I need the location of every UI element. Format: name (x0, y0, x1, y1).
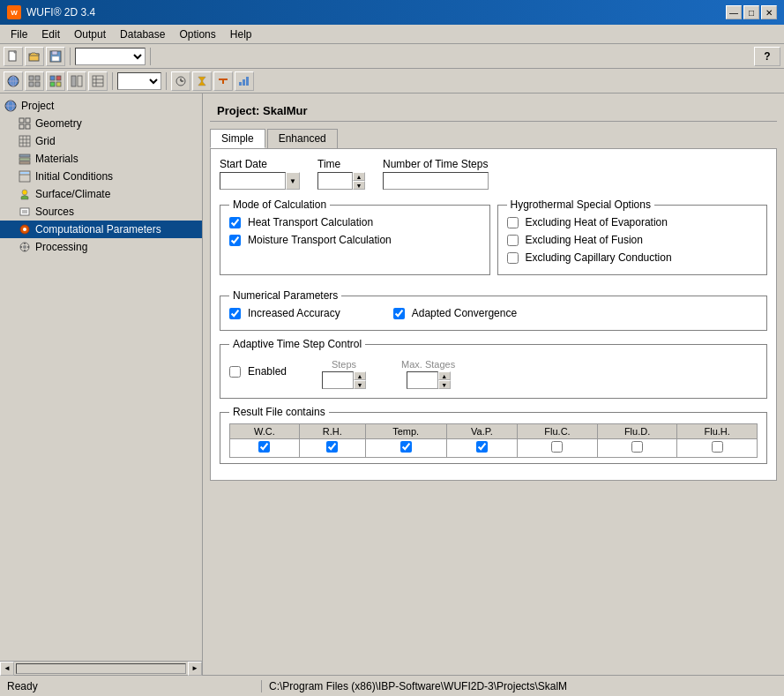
time-up-arrow[interactable]: ▲ (353, 172, 365, 181)
table-view-button[interactable] (88, 71, 108, 91)
time-spin-arrows: ▲ ▼ (353, 172, 365, 190)
max-stages-field[interactable]: 5 (407, 371, 438, 389)
sidebar-item-computational-parameters[interactable]: Computational Parameters (0, 221, 202, 238)
temp-checkbox[interactable] (400, 441, 412, 453)
excluding-capillary-checkbox[interactable] (507, 252, 519, 264)
sidebar-item-sources[interactable]: Sources (0, 203, 202, 221)
maximize-button[interactable]: □ (743, 5, 759, 19)
adaptive-time-step-legend: Adaptive Time Step Control (229, 338, 365, 350)
toolbar2-dropdown[interactable] (117, 72, 161, 90)
minimize-button[interactable]: — (726, 5, 742, 19)
wc-checkbox[interactable] (258, 441, 270, 453)
adapted-convergence-checkbox[interactable] (393, 308, 405, 319)
materials-icon (18, 152, 32, 166)
status-ready: Ready (7, 680, 261, 692)
mode-of-calculation-fieldset: Mode of Calculation Heat Transport Calcu… (220, 198, 490, 275)
color-grid-button[interactable] (46, 71, 65, 91)
vap-checkbox[interactable] (476, 441, 488, 453)
help-button[interactable]: ? (754, 47, 780, 66)
col-wc: W.C. (230, 424, 300, 439)
steps-up-arrow[interactable]: ▲ (354, 371, 366, 380)
menu-file[interactable]: File (4, 26, 34, 42)
svg-rect-36 (26, 124, 30, 129)
menu-edit[interactable]: Edit (34, 26, 67, 42)
svg-rect-33 (19, 118, 24, 123)
sources-label: Sources (35, 206, 74, 218)
menu-help[interactable]: Help (223, 26, 259, 42)
steps-down-arrow[interactable]: ▼ (354, 380, 366, 389)
col-rh: R.H. (299, 424, 365, 439)
svg-rect-44 (19, 161, 30, 164)
close-button[interactable]: ✕ (761, 5, 777, 19)
svg-rect-14 (56, 76, 61, 80)
app-icon: W (7, 5, 21, 19)
open-button[interactable] (25, 47, 44, 66)
sidebar-item-grid[interactable]: Grid (0, 132, 202, 150)
menu-database[interactable]: Database (113, 26, 172, 42)
scroll-right-button[interactable]: ► (188, 662, 202, 676)
arrow-button[interactable] (213, 71, 233, 91)
main-content: Project Geometry Grid (0, 94, 784, 675)
geometry-icon (18, 116, 32, 131)
status-path: C:\Program Files (x86)\IBP-Software\WUFI… (261, 680, 777, 692)
col-vap: Va.P. (446, 424, 518, 439)
enabled-checkbox[interactable] (229, 366, 241, 378)
increased-accuracy-row: Increased Accuracy (229, 307, 340, 319)
project-header: Project: SkalMur (210, 101, 777, 122)
sidebar-item-geometry[interactable]: Geometry (0, 115, 202, 132)
numerical-parameters-legend: Numerical Parameters (229, 289, 341, 302)
save-button[interactable] (46, 47, 65, 66)
new-button[interactable] (4, 47, 23, 66)
app-title: WUFI® 2D 3.4 (26, 6, 95, 19)
sidebar-item-initial-conditions[interactable]: Initial Conditions (0, 168, 202, 185)
start-date-field[interactable]: 2016-10-01 (220, 172, 286, 190)
hygrothermal-special-options-fieldset: Hygrothermal Special Options Excluding H… (497, 198, 768, 275)
svg-rect-42 (19, 154, 30, 157)
sidebar-item-processing[interactable]: Processing (0, 238, 202, 256)
chart-button[interactable] (235, 71, 254, 91)
max-stages-up-arrow[interactable]: ▲ (438, 371, 451, 380)
increased-accuracy-checkbox[interactable] (229, 308, 241, 319)
steps-field[interactable]: 3 (322, 371, 354, 389)
moisture-transport-checkbox[interactable] (229, 235, 241, 246)
computational-parameters-label: Computational Parameters (35, 223, 161, 236)
fluc-checkbox[interactable] (551, 441, 563, 453)
excluding-heat-evaporation-checkbox[interactable] (507, 217, 519, 228)
toolbar-secondary (0, 69, 784, 94)
heat-transport-checkbox[interactable] (229, 217, 241, 228)
moisture-transport-label: Moisture Transport Calculation (248, 234, 392, 246)
time-down-arrow[interactable]: ▼ (353, 181, 365, 190)
excluding-heat-fusion-checkbox[interactable] (507, 235, 519, 246)
sidebar-scrollbar[interactable]: ◄ ► (0, 661, 202, 675)
date-picker-button[interactable]: ▼ (286, 172, 300, 190)
numerical-parameters-fieldset: Numerical Parameters Increased Accuracy … (220, 289, 767, 331)
flud-checkbox[interactable] (631, 441, 643, 453)
globe-button[interactable] (4, 71, 23, 91)
tab-simple[interactable]: Simple (210, 129, 265, 148)
menu-options[interactable]: Options (172, 26, 222, 42)
scroll-left-button[interactable]: ◄ (0, 662, 14, 676)
sidebar-item-project[interactable]: Project (0, 97, 202, 115)
max-stages-down-arrow[interactable]: ▼ (438, 380, 451, 389)
toolbar-dropdown[interactable] (75, 48, 146, 65)
tabs: Simple Enhanced (210, 129, 777, 148)
svg-rect-12 (35, 82, 40, 86)
tab-enhanced[interactable]: Enhanced (267, 129, 338, 148)
clock-button[interactable] (171, 71, 190, 91)
split-view-button[interactable] (67, 71, 86, 91)
num-time-steps-field[interactable]: 8760 (383, 172, 489, 190)
hourglass-button[interactable] (192, 71, 212, 91)
sidebar-item-materials[interactable]: Materials (0, 150, 202, 168)
time-field[interactable]: 0:00 (317, 172, 353, 190)
scrollbar-track[interactable] (16, 663, 186, 674)
toolbar-sep1 (70, 48, 71, 65)
fluh-checkbox[interactable] (712, 441, 723, 453)
moisture-transport-row: Moisture Transport Calculation (229, 234, 481, 246)
svg-rect-10 (35, 76, 40, 80)
sidebar-item-surface-climate[interactable]: Surface/Climate (0, 185, 202, 203)
rh-checkbox[interactable] (326, 441, 338, 453)
grid-view-button[interactable] (25, 71, 44, 91)
enabled-label: Enabled (248, 365, 287, 378)
menu-output[interactable]: Output (67, 26, 113, 42)
result-file-fieldset: Result File contains W.C. R.H. Temp. Va.… (220, 406, 767, 464)
